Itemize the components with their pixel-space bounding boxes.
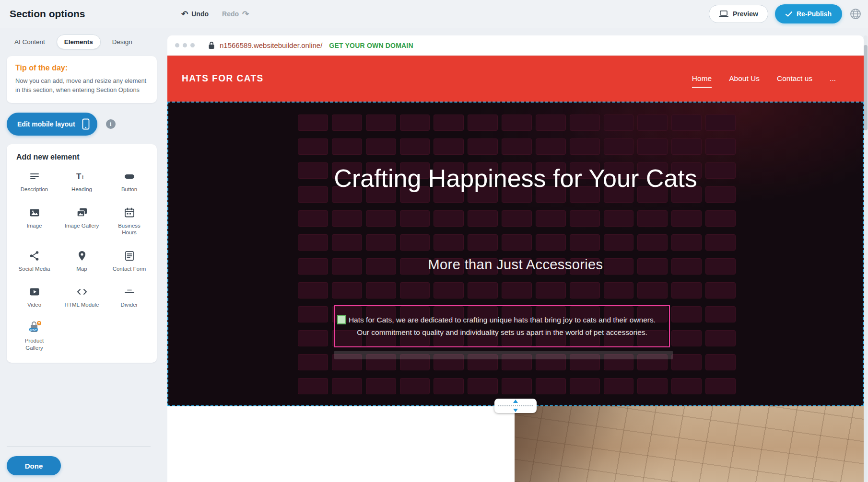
hero-tile [434, 115, 464, 131]
hero-tile [705, 282, 736, 298]
map-icon [76, 250, 88, 262]
hero-tile [366, 210, 396, 227]
element-button[interactable]: Button [106, 170, 153, 193]
heading-icon: Tt [76, 170, 88, 183]
add-element-title: Add new element [16, 153, 153, 161]
info-icon[interactable]: i [106, 119, 116, 129]
product-gallery-icon: SHOP [26, 321, 43, 334]
hero-tile [468, 115, 498, 131]
element-heading[interactable]: Tt Heading [58, 170, 106, 193]
preview-button[interactable]: Preview [709, 5, 768, 23]
browser-window: n1566589.websitebuilder.online/ GET YOUR… [167, 35, 864, 482]
hero-tile [468, 138, 498, 155]
hero-tile [604, 378, 634, 394]
business-hours-icon [124, 207, 135, 219]
html-module-icon [76, 286, 88, 298]
hero-tile [332, 234, 362, 251]
hero-subheading[interactable]: More than Just Accessories [168, 257, 863, 273]
element-product-gallery[interactable]: SHOP Product Gallery [11, 321, 58, 351]
hero-tile [434, 282, 464, 298]
element-contact-form[interactable]: Contact Form [106, 250, 153, 272]
element-business-hours[interactable]: Business Hours [106, 207, 153, 236]
hero-tile [671, 282, 702, 298]
element-description[interactable]: Description [11, 170, 58, 193]
republish-button[interactable]: Re-Publish [775, 4, 842, 23]
hero-tile [332, 210, 362, 227]
nav-more[interactable]: ... [830, 71, 836, 86]
hero-tile [536, 282, 566, 298]
selected-text-element[interactable]: Hats for Cats, we are dedicated to craft… [334, 305, 670, 347]
hero-tile [604, 138, 634, 155]
nav-contact-us[interactable]: Contact us [777, 71, 812, 86]
element-map[interactable]: Map [58, 250, 106, 272]
element-divider[interactable]: Divider [106, 286, 153, 308]
hero-tile [298, 138, 328, 155]
topbar: Section options ↶ Undo Redo ↷ Preview Re… [0, 0, 868, 28]
site-preview: HATS FOR CATS Home About Us Contact us .… [167, 56, 864, 482]
hero-paragraph[interactable]: Hats for Cats, we are dedicated to craft… [348, 314, 657, 338]
hero-tile [502, 378, 532, 394]
hero-tile [332, 138, 362, 155]
hero-tile [637, 234, 668, 251]
get-domain-link[interactable]: GET YOUR OWN DOMAIN [329, 42, 413, 49]
undo-redo-group: ↶ Undo Redo ↷ [181, 9, 249, 19]
hero-tile [705, 210, 736, 227]
hero-tile [637, 378, 668, 394]
element-image-gallery[interactable]: Image Gallery [58, 207, 106, 236]
language-globe-icon[interactable] [849, 7, 862, 21]
element-social-media[interactable]: Social Media [11, 250, 58, 272]
hero-tile [366, 115, 396, 131]
tab-ai-content[interactable]: AI Content [7, 34, 53, 49]
nav-about-us[interactable]: About Us [729, 71, 760, 86]
scrollbar-thumb[interactable] [864, 45, 868, 130]
hero-tile [671, 378, 702, 394]
hero-tile [298, 330, 328, 346]
hero-tile [705, 115, 736, 131]
hero-tile [298, 378, 328, 394]
element-image[interactable]: Image [11, 207, 58, 236]
tab-elements[interactable]: Elements [57, 34, 101, 49]
undo-button[interactable]: ↶ Undo [181, 9, 209, 19]
hero-tile [705, 234, 736, 251]
monitor-icon [719, 10, 728, 18]
hero-section-selected[interactable]: Crafting Happiness for Your Cats More th… [167, 102, 864, 406]
sidebar: AI Content Elements Design Tip of the da… [0, 28, 167, 482]
edit-mobile-layout-button[interactable]: Edit mobile layout [7, 113, 97, 136]
sidebar-tabs: AI Content Elements Design [7, 34, 167, 49]
video-icon [29, 286, 40, 298]
section-resize-handle[interactable] [494, 399, 537, 413]
element-video[interactable]: Video [11, 286, 58, 308]
hero-tile [400, 282, 430, 298]
element-drag-handle[interactable] [337, 315, 346, 324]
hero-tile [705, 330, 736, 346]
hero-tile [468, 378, 498, 394]
hero-heading[interactable]: Crafting Happiness for Your Cats [168, 159, 863, 198]
tab-design[interactable]: Design [105, 34, 140, 49]
hero-tile [671, 234, 702, 251]
lock-icon [208, 41, 215, 49]
site-header: HATS FOR CATS Home About Us Contact us .… [167, 56, 864, 102]
main-preview-area: n1566589.websitebuilder.online/ GET YOUR… [167, 28, 868, 482]
image-icon [29, 207, 40, 219]
redo-button[interactable]: Redo ↷ [222, 9, 249, 19]
phone-icon [82, 118, 90, 130]
hero-tile [366, 234, 396, 251]
nav-home[interactable]: Home [692, 71, 712, 86]
add-element-card: Add new element Description Tt Heading B… [7, 144, 157, 363]
hero-tile [400, 378, 430, 394]
hero-tile [671, 330, 702, 346]
hero-tile [705, 378, 736, 394]
svg-text:T: T [76, 172, 82, 181]
done-button[interactable]: Done [7, 456, 61, 475]
hero-tile [400, 210, 430, 227]
redo-icon: ↷ [242, 9, 249, 19]
hero-tile [502, 234, 532, 251]
site-logo[interactable]: HATS FOR CATS [182, 73, 264, 84]
hero-tile [637, 115, 668, 131]
tip-title: Tip of the day: [15, 64, 148, 72]
description-icon [29, 170, 40, 183]
hero-tile [400, 138, 430, 155]
hero-tile [332, 115, 362, 131]
image-gallery-icon [76, 207, 88, 219]
element-html-module[interactable]: HTML Module [58, 286, 106, 308]
